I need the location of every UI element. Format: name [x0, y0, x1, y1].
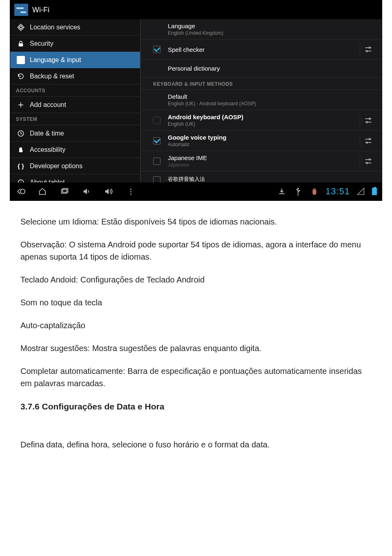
svg-point-0 [20, 26, 22, 29]
sidebar-item-location[interactable]: Location services [10, 19, 140, 36]
svg-marker-32 [105, 189, 109, 195]
row-pinyin-partial[interactable]: 谷歌拼音输入法 [141, 171, 382, 182]
row-language[interactable]: Language English (United Kingdom) [141, 19, 382, 40]
signal-icon [356, 187, 366, 196]
battery-icon [372, 188, 377, 195]
heading-3-7-6: 3.7.6 Configurações de Data e Hora [20, 400, 372, 413]
paragraph: Selecione um Idioma: Estão disponíveis 5… [20, 216, 372, 228]
sidebar-item-security[interactable]: Security [10, 36, 140, 52]
lock-icon [17, 40, 25, 48]
row-android-keyboard[interactable]: Android keyboard (AOSP) English (UK) [141, 110, 382, 131]
sidebar-item-developer[interactable]: { } Developer options [10, 158, 140, 174]
wifi-icon [14, 4, 28, 16]
plus-icon [17, 101, 25, 109]
svg-point-20 [366, 121, 368, 122]
download-icon[interactable] [276, 187, 287, 196]
svg-marker-31 [84, 189, 87, 195]
settings-gear-android-keyboard[interactable] [360, 114, 376, 127]
settings-gear-google-voice[interactable] [360, 134, 376, 147]
svg-point-37 [313, 189, 314, 190]
android-navbar: 13:51 [10, 182, 382, 200]
sidebar-item-label: Security [30, 40, 53, 47]
sidebar-item-about[interactable]: About tablet [10, 174, 140, 182]
sidebar-item-add-account[interactable]: Add account [10, 97, 140, 113]
wifi-bar[interactable]: Wi-Fi [10, 0, 382, 19]
checkbox-google-voice[interactable] [153, 137, 160, 145]
svg-point-15 [369, 47, 370, 48]
sidebar-item-label: Location services [30, 24, 80, 31]
braces-icon: { } [17, 162, 25, 170]
checkbox-pinyin[interactable] [153, 176, 160, 182]
checkbox-japanese-ime[interactable] [153, 158, 160, 165]
backup-icon [17, 72, 25, 80]
settings-sidebar: Location services Security A Language & … [10, 19, 141, 182]
settings-detail-pane: Language English (United Kingdom) Spell … [141, 19, 382, 182]
section-keyboard-header: KEYBOARD & INPUT METHODS [141, 78, 382, 90]
recent-apps-button[interactable] [59, 187, 70, 196]
row-personal-dictionary[interactable]: Personal dictionary [141, 60, 382, 78]
sidebar-item-label: Language & input [30, 56, 81, 64]
volume-down-button[interactable] [81, 187, 92, 196]
checkbox-android-keyboard[interactable] [153, 117, 160, 124]
svg-rect-6 [19, 43, 23, 47]
row-title: Spell checker [168, 46, 360, 53]
row-title: Language [168, 22, 376, 29]
volume-up-button[interactable] [103, 187, 114, 196]
svg-point-35 [296, 189, 297, 189]
svg-rect-34 [298, 189, 298, 194]
svg-point-1 [18, 25, 23, 30]
sidebar-item-label: Backup & reset [30, 73, 74, 80]
row-title: Japanese IME [168, 154, 360, 161]
row-default-keyboard[interactable]: Default English (UK) - Android keyboard … [141, 90, 382, 110]
paragraph: Observação: O sistema Android pode supor… [20, 238, 372, 263]
reticle-icon [17, 23, 25, 31]
paragraph: Auto-captalização [20, 319, 372, 331]
paragraph: Som no toque da tecla [20, 296, 372, 309]
row-title: Google voice typing [168, 134, 360, 141]
paragraph: Mostrar sugestões: Mostra sugestões de p… [20, 342, 372, 354]
settings-gear-japanese-ime[interactable] [360, 155, 376, 168]
row-subtitle: Japanese [168, 162, 360, 168]
usb-icon[interactable] [293, 187, 303, 196]
language-a-icon: A [17, 56, 25, 64]
row-title: Android keyboard (AOSP) [168, 113, 360, 120]
row-subtitle: English (UK) - Android keyboard (AOSP) [168, 101, 376, 107]
document-text: Selecione um Idioma: Estão disponíveis 5… [20, 216, 372, 451]
paragraph: Teclado Andoid: Configurações de Teclado… [20, 274, 372, 286]
back-button[interactable] [15, 187, 26, 196]
row-subtitle: English (UK) [168, 121, 360, 127]
svg-point-19 [369, 118, 370, 119]
sidebar-item-accessibility[interactable]: Accessibility [10, 142, 140, 158]
row-spell-checker[interactable]: Spell checker [141, 40, 382, 60]
checkbox-spell-checker[interactable] [153, 46, 160, 53]
clock-icon [17, 129, 25, 138]
home-button[interactable] [37, 187, 48, 196]
sidebar-item-datetime[interactable]: Date & time [10, 125, 140, 142]
sidebar-item-label: Developer options [30, 162, 82, 170]
sidebar-item-label: Accessibility [30, 146, 65, 153]
svg-point-23 [369, 138, 370, 140]
wifi-label: Wi-Fi [32, 6, 49, 14]
row-subtitle: Automatic [168, 142, 360, 147]
row-subtitle: English (United Kingdom) [168, 30, 376, 36]
android-settings-screenshot: Wi-Fi Location services Security A Langu… [10, 0, 382, 201]
svg-rect-36 [299, 190, 300, 191]
row-title: Default [168, 93, 376, 100]
hand-icon [17, 146, 25, 154]
svg-point-24 [366, 142, 368, 143]
svg-point-16 [366, 51, 368, 52]
paragraph: Defina data, defina hora, selecione o fu… [20, 438, 372, 451]
android-debug-icon [309, 187, 320, 196]
row-japanese-ime[interactable]: Japanese IME Japanese [141, 151, 382, 171]
sidebar-section-accounts: ACCOUNTS [10, 85, 140, 97]
settings-gear-spell-checker[interactable] [360, 43, 376, 56]
sidebar-item-backup[interactable]: Backup & reset [10, 68, 140, 85]
svg-point-12 [20, 180, 21, 181]
row-google-voice[interactable]: Google voice typing Automatic [141, 131, 382, 151]
menu-button[interactable] [125, 187, 136, 196]
sidebar-item-language[interactable]: A Language & input [10, 52, 140, 68]
paragraph: Completar automaticamente: Barra de espe… [20, 365, 372, 389]
svg-point-38 [315, 189, 316, 190]
sidebar-item-label: Date & time [30, 130, 64, 137]
svg-point-27 [369, 159, 370, 160]
